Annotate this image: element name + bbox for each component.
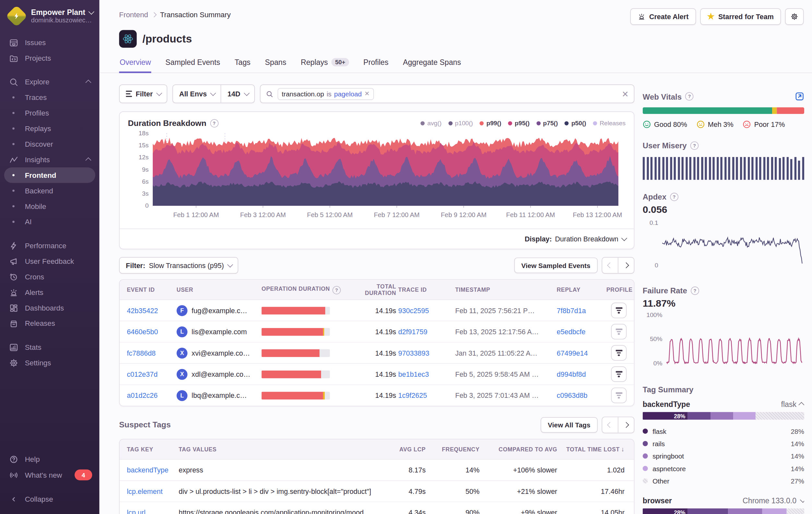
sidebar-item-settings[interactable]: Settings: [4, 355, 95, 371]
legend-p95[interactable]: p95(): [508, 120, 530, 127]
sidebar-item-stats[interactable]: Stats: [4, 340, 95, 355]
tag-value-dropdown[interactable]: flask: [781, 400, 804, 409]
events-filter-dropdown[interactable]: Filter:Slow Transactions (p95): [119, 257, 238, 274]
profile-button[interactable]: [611, 303, 627, 318]
replay-link[interactable]: d994bf8d: [557, 370, 586, 378]
create-alert-button[interactable]: Create Alert: [630, 8, 696, 25]
next-page-button[interactable]: [618, 417, 634, 433]
env-dropdown[interactable]: All Envs: [173, 85, 221, 103]
sort-desc-icon[interactable]: ↓: [621, 445, 625, 453]
sidebar-item-alerts[interactable]: Alerts: [4, 285, 95, 300]
trace-id-link[interactable]: d2f91759: [398, 328, 427, 335]
profile-button[interactable]: [611, 324, 627, 340]
sidebar-item-dashboards[interactable]: Dashboards: [4, 300, 95, 316]
tag-key-link[interactable]: lcp.element: [127, 487, 163, 495]
sidebar-item-traces[interactable]: Traces: [4, 89, 95, 105]
event-id-link[interactable]: c012e37d: [127, 370, 157, 378]
help-icon[interactable]: ?: [332, 286, 341, 294]
legend-Releases[interactable]: Releases: [593, 120, 626, 127]
legend-p100[interactable]: p100(): [448, 120, 473, 127]
org-switcher[interactable]: Empower Plant dominik.buszowiec…: [0, 0, 99, 30]
trace-id-link[interactable]: 930c2595: [398, 307, 429, 315]
event-id-link[interactable]: a01d2c26: [127, 391, 157, 399]
apdex-title: Apdex: [643, 192, 666, 201]
sidebar-item-projects[interactable]: Projects: [4, 50, 95, 66]
misery-bar: [802, 157, 804, 180]
sidebar-item-whats-new[interactable]: What's new4: [4, 467, 95, 483]
period-dropdown[interactable]: 14D: [221, 85, 254, 103]
event-id-link[interactable]: 42b35422: [127, 307, 158, 315]
sidebar-item-issues[interactable]: Issues: [4, 35, 95, 50]
help-icon[interactable]: ?: [685, 92, 694, 101]
tag-key-link[interactable]: backendType: [127, 466, 168, 474]
tag-value-dropdown[interactable]: Chrome 133.0.0: [743, 496, 804, 505]
breadcrumb-frontend[interactable]: Frontend: [119, 10, 148, 19]
display-value-dropdown[interactable]: Duration Breakdown: [555, 235, 618, 243]
prev-page-button[interactable]: [602, 258, 618, 273]
replay-link[interactable]: 7f8b7d1a: [557, 307, 586, 315]
legend-p50[interactable]: p50(): [564, 120, 586, 127]
tab-replays[interactable]: Replays50+: [300, 55, 350, 73]
replay-link[interactable]: 67499e14: [557, 349, 588, 357]
prev-page-button[interactable]: [602, 417, 618, 433]
legend-p99[interactable]: p99(): [480, 120, 501, 127]
total-duration-cell: 14.19s: [349, 391, 398, 399]
help-icon[interactable]: ?: [670, 192, 678, 201]
profile-button[interactable]: [611, 388, 627, 403]
tab-sampled-events[interactable]: Sampled Events: [165, 55, 221, 73]
help-icon[interactable]: ?: [690, 141, 699, 150]
trace-id-link[interactable]: 1c9f2625: [398, 391, 427, 399]
tag-key-link[interactable]: lcp.url: [127, 509, 146, 514]
sidebar-item-collapse[interactable]: Collapse: [4, 491, 95, 507]
open-in-new-icon[interactable]: [795, 92, 804, 101]
duration-breakdown-chart[interactable]: 03s6s9s12s15s18sFeb 1 12:00 AMFeb 3 12:0…: [120, 129, 634, 229]
search-token[interactable]: transaction.op is pageload ✕: [278, 88, 374, 100]
search-clear-icon[interactable]: ✕: [622, 89, 629, 99]
web-vitals-legend-label: Meh 3%: [708, 120, 733, 128]
help-icon[interactable]: ?: [210, 119, 219, 128]
sidebar-item-releases[interactable]: Releases: [4, 316, 95, 331]
next-page-button[interactable]: [618, 258, 634, 273]
tab-aggregate-spans[interactable]: Aggregate Spans: [402, 55, 461, 73]
sidebar-item-ai[interactable]: AI: [4, 214, 95, 230]
profile-button[interactable]: [611, 367, 627, 382]
sidebar-item-insights[interactable]: Insights: [4, 152, 95, 167]
frown-face-icon: [743, 120, 751, 129]
trace-id-link[interactable]: 97033893: [398, 349, 429, 357]
starred-for-team-button[interactable]: ★ Starred for Team: [700, 8, 781, 25]
sidebar-item-replays[interactable]: Replays: [4, 121, 95, 136]
sidebar-footer: HelpWhat's new4Collapse: [0, 447, 99, 514]
view-sampled-events-button[interactable]: View Sampled Events: [514, 258, 598, 273]
replay-link[interactable]: c0963d8b: [557, 391, 588, 399]
sidebar-item-performance[interactable]: Performance: [4, 238, 95, 253]
sidebar-item-crons[interactable]: Crons: [4, 269, 95, 285]
view-all-tags-button[interactable]: View All Tags: [541, 417, 598, 433]
sidebar-item-label: User Feedback: [25, 256, 74, 266]
replay-link[interactable]: e5edbcfe: [557, 328, 586, 335]
tab-tags[interactable]: Tags: [234, 55, 251, 73]
legend-avg[interactable]: avg(): [420, 120, 441, 127]
sidebar-item-help[interactable]: Help: [4, 451, 95, 467]
sidebar-item-mobile[interactable]: Mobile: [4, 198, 95, 214]
sidebar-item-discover[interactable]: Discover: [4, 136, 95, 152]
trace-id-link[interactable]: be1b1ec3: [398, 370, 429, 378]
event-id-link[interactable]: 6460e5b0: [127, 328, 158, 335]
profile-button[interactable]: [611, 345, 627, 361]
filter-dropdown[interactable]: Filter: [119, 84, 167, 103]
tab-profiles[interactable]: Profiles: [363, 55, 389, 73]
token-remove-icon[interactable]: ✕: [365, 90, 370, 97]
sidebar-item-explore[interactable]: Explore: [4, 74, 95, 89]
help-icon[interactable]: ?: [691, 286, 699, 295]
tab-spans[interactable]: Spans: [265, 55, 287, 73]
settings-button[interactable]: [785, 8, 804, 25]
search-input[interactable]: transaction.op is pageload ✕ ✕: [260, 84, 634, 103]
sidebar-item-user-feedback[interactable]: User Feedback: [4, 253, 95, 269]
tag-legend-label: flask: [652, 427, 666, 435]
legend-p75[interactable]: p75(): [536, 120, 558, 127]
sidebar-item-frontend[interactable]: Frontend: [4, 167, 95, 183]
tab-overview[interactable]: Overview: [119, 55, 151, 73]
sidebar-item-backend[interactable]: Backend: [4, 183, 95, 198]
tag-summary-title: Tag Summary: [643, 385, 694, 394]
sidebar-item-profiles[interactable]: Profiles: [4, 105, 95, 121]
event-id-link[interactable]: fc7886d8: [127, 349, 156, 357]
